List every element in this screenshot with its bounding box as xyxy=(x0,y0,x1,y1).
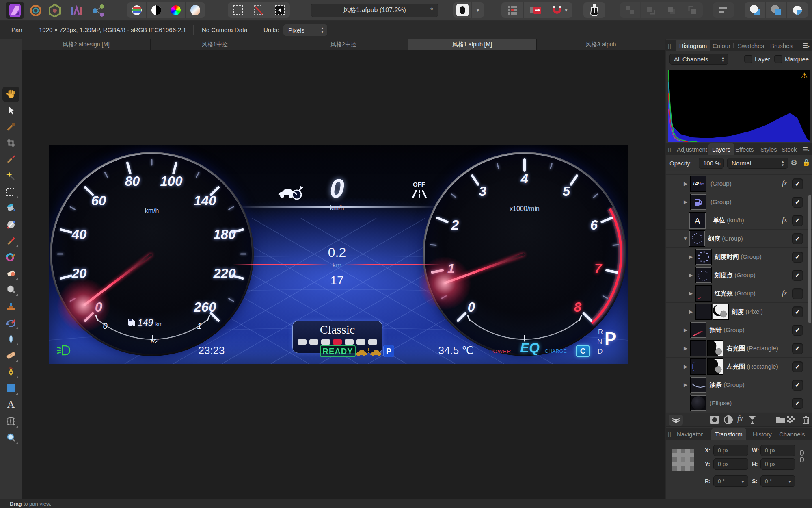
grid-toggle-button[interactable] xyxy=(501,2,524,18)
collapse-arrow-icon[interactable]: ▼ xyxy=(683,236,688,241)
tab-swatches[interactable]: Swatches xyxy=(734,40,768,51)
move-to-front-button[interactable] xyxy=(682,2,703,18)
doc-tab-5[interactable]: 风格3.afpub xyxy=(537,39,665,50)
zoom-tool[interactable] xyxy=(2,430,19,445)
histogram-channel-dropdown[interactable]: All Channels ▲▼ xyxy=(669,54,728,65)
layer-visibility-checkbox[interactable]: ✓ xyxy=(792,178,803,189)
blend-options-gear-icon[interactable]: ⚙ xyxy=(790,158,797,167)
fx-badge[interactable]: fx xyxy=(782,289,787,297)
panel-menu-icon[interactable]: ☰▾ xyxy=(803,42,810,49)
expand-arrow-icon[interactable]: ▶ xyxy=(684,199,687,205)
rotation-field[interactable]: 0 °▼ xyxy=(713,475,748,487)
tab-history[interactable]: History xyxy=(749,428,775,440)
gradient-tool[interactable] xyxy=(2,217,19,232)
tab-channels[interactable]: Channels xyxy=(775,428,808,440)
black-white-button[interactable] xyxy=(147,2,166,18)
vector-brush-tool[interactable] xyxy=(2,152,19,167)
tab-brushes[interactable]: Brushes xyxy=(767,40,796,51)
tab-stock[interactable]: Stock xyxy=(778,143,801,155)
document-title-dropdown[interactable]: 风格1.afpub (107.2%) * xyxy=(311,4,438,17)
tab-layers[interactable]: Layers xyxy=(708,143,734,155)
snapping-toggle-button[interactable]: ▼ xyxy=(547,2,572,18)
doc-tab-1[interactable]: 风格2.afdesign [M] xyxy=(22,39,151,50)
layer-visibility-checkbox[interactable]: ✓ xyxy=(792,252,803,263)
layer-row[interactable]: ▶ 左光圈 (Rectangle) ✓ xyxy=(666,358,812,376)
alignment-button[interactable] xyxy=(713,2,734,18)
expand-arrow-icon[interactable]: ▶ xyxy=(684,181,687,187)
mask-layer-icon[interactable] xyxy=(710,415,719,426)
layer-row[interactable]: ▶ 刻度点 (Group) ✓ xyxy=(666,266,812,284)
expand-arrow-icon[interactable]: ▶ xyxy=(689,254,693,260)
colour-balance-button[interactable] xyxy=(127,2,147,18)
new-group-icon[interactable] xyxy=(775,415,785,425)
fx-badge[interactable]: fx xyxy=(782,179,787,187)
view-pan-tool[interactable] xyxy=(2,87,19,102)
doc-tab-2[interactable]: 风格1中控 xyxy=(151,39,279,50)
erase-brush-tool[interactable] xyxy=(2,265,19,281)
expand-arrow-icon[interactable]: ▶ xyxy=(689,291,693,296)
layer-effects-icon[interactable]: fx xyxy=(737,414,743,423)
lock-icon[interactable]: 🔒 xyxy=(802,158,810,166)
layer-visibility-checkbox[interactable]: ✓ xyxy=(792,306,803,317)
mesh-warp-tool[interactable] xyxy=(2,414,19,429)
adjustment-layer-icon[interactable] xyxy=(724,415,733,426)
vector-mask-icon[interactable] xyxy=(748,415,756,426)
shear-field[interactable]: 0 °▼ xyxy=(760,475,795,487)
layer-row[interactable]: ▶ 指针 (Group) ✓ xyxy=(666,321,812,339)
tab-histogram[interactable]: Histogram xyxy=(676,40,710,51)
rectangle-tool[interactable] xyxy=(2,380,19,396)
tab-transform[interactable]: Transform xyxy=(711,428,746,440)
layer-row[interactable]: ▼ 刻度 (Group) ✓ xyxy=(666,230,812,248)
layer-row[interactable]: ▶ 红光效 (Group) fx xyxy=(666,284,812,303)
delete-layer-icon[interactable] xyxy=(802,415,810,426)
back-one-button[interactable] xyxy=(641,2,661,18)
colour-replacement-brush-tool[interactable] xyxy=(2,249,19,265)
layer-visibility-checkbox[interactable]: ✓ xyxy=(792,215,803,226)
layer-row[interactable]: ▶ 右光圈 (Rectangle) ✓ xyxy=(666,339,812,358)
link-dimensions-icon[interactable] xyxy=(799,449,804,465)
expand-arrow-icon[interactable]: ▶ xyxy=(684,345,687,351)
tab-adjustment[interactable]: Adjustment xyxy=(673,143,711,155)
boolean-divide-button[interactable] xyxy=(787,2,808,18)
panel-grip-icon[interactable]: || xyxy=(668,431,672,437)
units-dropdown[interactable]: Pixels ▲▼ xyxy=(283,24,328,36)
doc-tab-3[interactable]: 风格2中控 xyxy=(279,39,408,50)
dodge-brush-tool[interactable] xyxy=(2,282,19,297)
layer-visibility-checkbox[interactable] xyxy=(792,288,803,299)
opacity-dropdown[interactable]: 100 % ▼ xyxy=(699,158,724,169)
layer-row[interactable]: ▶ 刻度时间 (Group) ✓ xyxy=(666,248,812,266)
liquify-persona-icon[interactable] xyxy=(28,3,43,20)
y-field[interactable]: 0 px xyxy=(713,458,748,470)
colour-picker-tool[interactable] xyxy=(2,119,19,135)
panel-grip-icon[interactable]: || xyxy=(668,146,672,152)
fx-badge[interactable]: fx xyxy=(782,216,787,224)
layer-visibility-checkbox[interactable]: ✓ xyxy=(792,361,803,372)
pen-tool[interactable] xyxy=(2,364,19,380)
expand-arrow-icon[interactable]: ▶ xyxy=(689,309,693,315)
expand-arrow-icon[interactable]: ▶ xyxy=(684,382,687,388)
crop-tool[interactable] xyxy=(2,135,19,151)
hsl-wheel-button[interactable] xyxy=(166,2,186,18)
panel-menu-icon[interactable]: ☰▾ xyxy=(803,146,810,152)
layer-visibility-checkbox[interactable]: ✓ xyxy=(792,325,803,336)
layer-row[interactable]: ▶ 149km (Group) fx ✓ xyxy=(666,175,812,193)
mask-swatch-button[interactable] xyxy=(453,2,472,18)
mask-dropdown-arrow[interactable]: ▼ xyxy=(472,2,484,18)
tab-colour[interactable]: Colour xyxy=(709,40,734,51)
blur-brush-tool[interactable] xyxy=(2,331,19,347)
transform-anchor-selector[interactable] xyxy=(672,449,694,471)
layer-visibility-checkbox[interactable]: ✓ xyxy=(792,380,803,391)
expand-arrow-icon[interactable]: ▶ xyxy=(684,327,687,333)
forward-one-button[interactable] xyxy=(661,2,682,18)
layers-scrollbar[interactable] xyxy=(808,195,811,323)
tab-navigator[interactable]: Navigator xyxy=(673,428,706,440)
h-field[interactable]: 0 px xyxy=(760,458,795,470)
flood-fill-tool[interactable] xyxy=(2,200,19,216)
text-tool[interactable]: A xyxy=(2,397,19,412)
marquee-select-tool[interactable] xyxy=(2,184,19,200)
layer-row[interactable]: ▶ (Group) ✓ xyxy=(666,193,812,211)
doc-tab-4-active[interactable]: 风格1.afpub [M] xyxy=(408,39,537,50)
deselect-button[interactable] xyxy=(248,2,269,18)
healing-brush-tool[interactable] xyxy=(2,347,19,363)
histogram-marquee-checkbox[interactable] xyxy=(774,55,782,63)
